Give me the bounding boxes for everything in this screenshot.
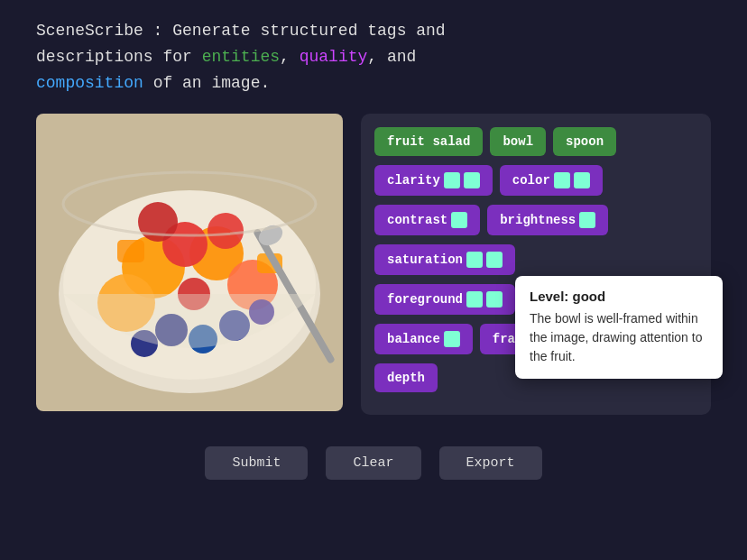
tag-clarity-label: clarity: [387, 173, 440, 188]
header-text-5: of an image.: [143, 74, 270, 92]
tag-clarity-box2[interactable]: [464, 172, 480, 188]
tag-saturation-box2[interactable]: [486, 252, 503, 268]
tag-row-entities: fruit salad bowl spoon: [374, 127, 697, 156]
header-line2: descriptions for entities, quality, and: [36, 44, 711, 70]
tag-color-box1[interactable]: [554, 172, 570, 188]
tag-foreground-label: foreground: [387, 292, 463, 307]
tag-row-clarity-color: clarity color: [374, 165, 697, 196]
tag-balance[interactable]: balance: [374, 324, 473, 354]
header-text-3: ,: [280, 48, 300, 66]
tag-color[interactable]: color: [500, 165, 603, 196]
tag-saturation-box1[interactable]: [466, 252, 483, 268]
tag-contrast[interactable]: contrast: [374, 205, 480, 235]
tag-balance-label: balance: [387, 332, 440, 346]
tag-clarity-box1[interactable]: [444, 172, 460, 188]
tag-clarity[interactable]: clarity: [374, 165, 493, 196]
tag-foreground[interactable]: foreground: [374, 284, 515, 315]
tag-color-label: color: [512, 173, 550, 188]
tag-row-saturation: saturation: [374, 244, 697, 275]
tag-contrast-box1[interactable]: [451, 212, 467, 228]
header-quality: quality: [300, 48, 368, 66]
tag-balance-box1[interactable]: [444, 331, 460, 347]
tag-brightness[interactable]: brightness: [487, 205, 608, 235]
tags-panel: fruit salad bowl spoon clarity color con…: [361, 114, 711, 415]
tag-saturation[interactable]: saturation: [374, 244, 515, 275]
header-text-1: SceneScribe : Generate structured tags a…: [36, 22, 446, 40]
header-text-4: , and: [367, 48, 416, 66]
tag-foreground-box1[interactable]: [466, 291, 483, 308]
image-panel: [36, 114, 343, 411]
tag-depth[interactable]: depth: [374, 363, 438, 392]
header-text-2: descriptions for: [36, 48, 202, 66]
svg-rect-16: [117, 240, 144, 262]
tag-foreground-box2[interactable]: [486, 291, 503, 308]
header-line3: composition of an image.: [36, 70, 711, 96]
svg-point-9: [208, 213, 244, 249]
tag-saturation-label: saturation: [387, 252, 463, 267]
tag-spoon[interactable]: spoon: [553, 127, 616, 156]
tag-contrast-label: contrast: [387, 213, 447, 227]
tag-fruit-salad[interactable]: fruit salad: [374, 127, 483, 156]
header-entities: entities: [202, 48, 280, 66]
tag-depth-label: depth: [387, 371, 425, 385]
tooltip-body: The bowl is well-framed within the image…: [530, 309, 708, 366]
fruit-salad-image: [36, 114, 343, 411]
header-composition: composition: [36, 74, 143, 92]
bottom-buttons: Submit Clear Export: [0, 428, 747, 498]
tooltip-title: Level: good: [530, 289, 708, 304]
tag-brightness-label: brightness: [500, 213, 576, 227]
tag-brightness-box1[interactable]: [579, 212, 595, 228]
tag-bowl[interactable]: bowl: [490, 127, 546, 156]
submit-button[interactable]: Submit: [205, 446, 308, 480]
export-button[interactable]: Export: [439, 446, 542, 480]
main-content: fruit salad bowl spoon clarity color con…: [0, 105, 747, 424]
tooltip-popup: Level: good The bowl is well-framed with…: [515, 276, 723, 379]
header: SceneScribe : Generate structured tags a…: [0, 0, 747, 105]
clear-button[interactable]: Clear: [326, 446, 420, 480]
tag-row-contrast-brightness: contrast brightness: [374, 205, 697, 235]
header-line1: SceneScribe : Generate structured tags a…: [36, 18, 711, 44]
tag-color-box2[interactable]: [574, 172, 590, 188]
